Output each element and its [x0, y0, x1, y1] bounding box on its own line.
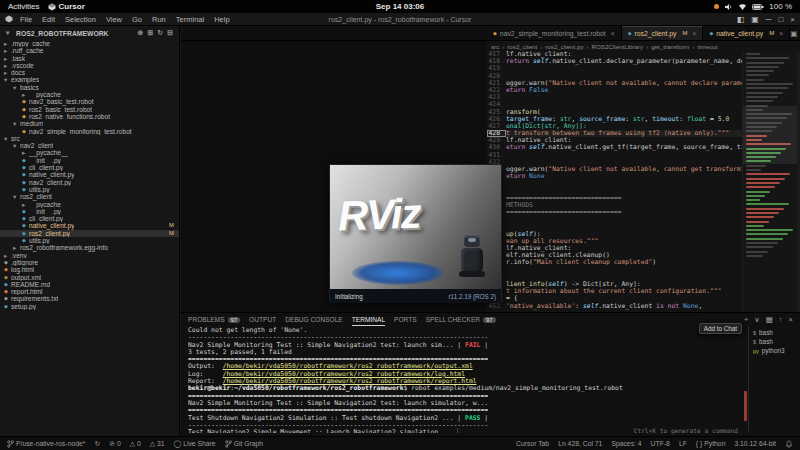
- panel-tab-output[interactable]: Output: [249, 313, 276, 326]
- menu-run[interactable]: Run: [148, 15, 170, 24]
- close-panel-icon[interactable]: ×: [789, 315, 793, 324]
- menu-view[interactable]: View: [102, 15, 126, 24]
- status-item-0[interactable]: △0: [130, 440, 141, 448]
- app-menu-icon[interactable]: [5, 15, 13, 23]
- tree-item[interactable]: ◆nav2_basic_test.robot: [0, 98, 179, 105]
- tree-item[interactable]: ◆cli_client.py: [0, 164, 179, 171]
- tree-item[interactable]: ◆log.html: [0, 266, 179, 273]
- status-item-live-share[interactable]: ◯Live Share: [174, 440, 216, 448]
- tree-item[interactable]: ◆native_client.py: [0, 171, 179, 178]
- split-editor-icon[interactable]: ▣: [790, 29, 797, 38]
- status-item-0[interactable]: ⊘0: [109, 440, 120, 448]
- tree-item[interactable]: ◆ros2_basic_test.robot: [0, 106, 179, 113]
- status-item-git-graph[interactable]: Git Graph: [225, 440, 263, 448]
- tree-item[interactable]: ◆utils.py: [0, 186, 179, 193]
- clock[interactable]: Sep 14 03:06: [376, 2, 424, 11]
- tree-item[interactable]: ▸.mypy_cache: [0, 40, 179, 47]
- tree-item[interactable]: ▾nav2_client: [0, 142, 179, 149]
- tab-native_client.py[interactable]: ◆native_client.pyM×: [703, 26, 790, 40]
- tree-item[interactable]: ▾basics: [0, 84, 179, 91]
- tree-item[interactable]: ▸__pycache__: [0, 149, 179, 156]
- terminal-instance-bash[interactable]: $bash: [749, 337, 800, 346]
- split-terminal-icon[interactable]: ▦: [766, 315, 773, 324]
- breadcrumb-item[interactable]: ROS2ClientLibrary: [592, 43, 644, 50]
- menu-file[interactable]: File: [16, 15, 36, 24]
- minimap[interactable]: [742, 51, 797, 312]
- explorer-header[interactable]: ▾ ROS2_ROBOTFRAMEWORK ⊕⊞↻⊟: [0, 26, 179, 40]
- breadcrumb-item[interactable]: get_transform: [651, 43, 689, 50]
- tree-item[interactable]: ◆__init__.py: [0, 157, 179, 164]
- activities-button[interactable]: Activities: [8, 2, 40, 11]
- maximize-button[interactable]: □: [778, 15, 783, 24]
- menu-go[interactable]: Go: [128, 15, 146, 24]
- add-to-chat-tooltip[interactable]: Add to Chat: [699, 323, 742, 334]
- tree-item[interactable]: ◆nav2_client.py: [0, 179, 179, 186]
- terminal-instance-bash[interactable]: $bash: [749, 328, 800, 337]
- close-button[interactable]: ×: [790, 15, 795, 24]
- close-icon[interactable]: ×: [690, 30, 696, 37]
- tree-item[interactable]: ▸.task: [0, 55, 179, 62]
- tree-item[interactable]: ▸.vscode: [0, 62, 179, 69]
- tab-nav2_simple_monitoring_test.robot[interactable]: ◆nav2_simple_monitoring_test.robot×: [487, 26, 622, 40]
- status-item-sync[interactable]: ↻: [95, 440, 101, 448]
- tree-item[interactable]: ◆ros2_native_functions.robot: [0, 113, 179, 120]
- layout-panel-icon[interactable]: ▣: [751, 15, 759, 24]
- tree-item[interactable]: ◆cli_client.py: [0, 215, 179, 222]
- breadcrumb-item[interactable]: timeout: [697, 43, 717, 50]
- menu-edit[interactable]: Edit: [38, 15, 59, 24]
- menu-selection[interactable]: Selection: [61, 15, 100, 24]
- tree-item[interactable]: ◆setup.py: [0, 303, 179, 310]
- status-item-lf[interactable]: LF: [679, 440, 687, 447]
- terminal-dropdown-icon[interactable]: ∨: [754, 315, 760, 324]
- status-item-utf-8[interactable]: UTF-8: [651, 440, 670, 447]
- minimize-button[interactable]: ─: [766, 15, 772, 24]
- tree-item[interactable]: ◆requirements.txt: [0, 295, 179, 302]
- close-icon[interactable]: ×: [777, 30, 783, 37]
- tree-item[interactable]: ◆README.md: [0, 281, 179, 288]
- breadcrumb-item[interactable]: ros2_client: [507, 43, 537, 50]
- tree-item[interactable]: ◆native_client.pyM: [0, 222, 179, 229]
- panel-tab-spell-checker[interactable]: Spell Checker97: [426, 313, 496, 326]
- focused-app-indicator[interactable]: Cursor: [48, 2, 85, 11]
- status-item-p-use-native-ros-node-[interactable]: P/use-native-ros-node*: [7, 440, 86, 448]
- layout-sidebar-icon[interactable]: ◧: [737, 15, 745, 24]
- status-item-3-10-12-64-bit[interactable]: 3.10.12 64-bit: [734, 440, 776, 447]
- status-item-ln-428-col-71[interactable]: Ln 428, Col 71: [558, 440, 602, 447]
- tree-item[interactable]: ◆output.xml: [0, 274, 179, 281]
- collapse-all-icon[interactable]: ⊟: [167, 29, 173, 37]
- tree-item[interactable]: ◆.gitignore: [0, 259, 179, 266]
- tree-item[interactable]: ▸docs: [0, 69, 179, 76]
- panel-tab-terminal[interactable]: Terminal: [352, 313, 385, 326]
- code-editor[interactable]: 417lf.native_client:418return self.nativ…: [487, 51, 742, 312]
- minimap-viewport[interactable]: [743, 106, 797, 164]
- new-terminal-icon[interactable]: +: [744, 315, 748, 324]
- panel-tab-problems[interactable]: Problems97: [188, 313, 240, 326]
- panel-tab-debug-console[interactable]: Debug Console: [285, 313, 343, 326]
- menu-terminal[interactable]: Terminal: [172, 15, 208, 24]
- refresh-icon[interactable]: ↻: [157, 29, 163, 37]
- status-item-python[interactable]: { }Python: [696, 440, 726, 447]
- tree-item[interactable]: ◆report.html: [0, 288, 179, 295]
- tree-item[interactable]: ◆nav2_simple_monitoring_test.robot: [0, 128, 179, 135]
- breadcrumb-item[interactable]: src: [491, 43, 499, 50]
- tree-item[interactable]: ▸__pycache__: [0, 91, 179, 98]
- new-folder-icon[interactable]: ⊞: [147, 29, 153, 37]
- tree-item[interactable]: ▾src: [0, 135, 179, 142]
- terminal-instance-python3[interactable]: pypython3: [749, 346, 800, 355]
- tree-item[interactable]: ◆ros2_client.pyM: [0, 230, 179, 237]
- close-icon[interactable]: ×: [609, 30, 615, 37]
- status-item-bell[interactable]: [785, 440, 793, 448]
- tree-item[interactable]: ◆utils.py: [0, 237, 179, 244]
- new-file-icon[interactable]: ⊕: [138, 29, 144, 37]
- menu-help[interactable]: Help: [210, 15, 233, 24]
- tree-item[interactable]: ▸.venv: [0, 252, 179, 259]
- tree-item[interactable]: ▾medium: [0, 120, 179, 127]
- breadcrumb-item[interactable]: ros2_client.py: [545, 43, 583, 50]
- tree-item[interactable]: ◆__init__.py: [0, 208, 179, 215]
- tree-item[interactable]: ▸__pycache__: [0, 201, 179, 208]
- tree-item[interactable]: ▸.ruff_cache: [0, 47, 179, 54]
- status-item-cursor-tab[interactable]: Cursor Tab: [516, 440, 549, 447]
- tree-item[interactable]: ▾examples: [0, 76, 179, 83]
- tab-ros2_client.py[interactable]: ◆ros2_client.pyM×: [622, 26, 704, 40]
- tree-item[interactable]: ▾ros2_client: [0, 193, 179, 200]
